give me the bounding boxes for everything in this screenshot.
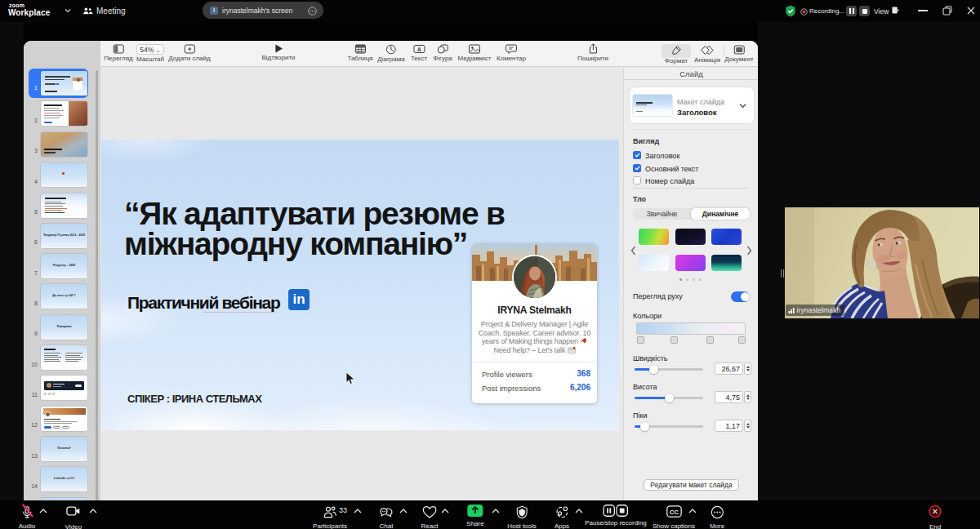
svg-text:CC: CC: [670, 509, 679, 516]
svg-text:A: A: [417, 47, 421, 52]
